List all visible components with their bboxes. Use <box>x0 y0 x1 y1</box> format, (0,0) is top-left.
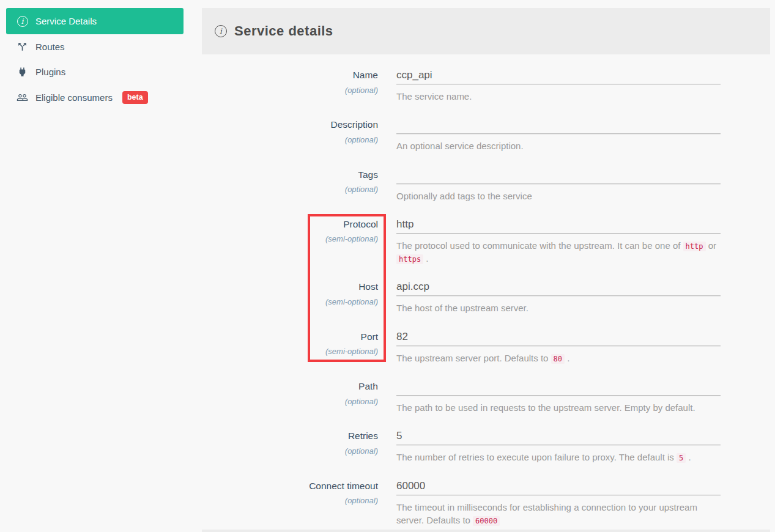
sidebar-item-label: Eligible consumers <box>35 92 113 103</box>
main-panel: Service details Name (optional) The serv… <box>202 8 770 532</box>
next-section-strip <box>202 530 770 532</box>
retries-optionality: (optional) <box>202 446 378 456</box>
host-help: The host of the upstream server. <box>396 301 721 314</box>
connect-timeout-input[interactable] <box>396 480 721 495</box>
host-optionality: (semi-optional) <box>202 297 378 306</box>
host-input[interactable] <box>396 281 721 296</box>
field-row-path: Path (optional) The path to be used in r… <box>202 380 770 414</box>
sidebar-item-eligible-consumers[interactable]: Eligible consumers beta <box>6 84 184 111</box>
field-row-description: Description (optional) An optional servi… <box>202 119 770 152</box>
protocol-input[interactable] <box>396 218 721 234</box>
sidebar-item-label: Service Details <box>35 16 97 26</box>
sidebar-item-label: Routes <box>35 42 65 52</box>
name-optionality: (optional) <box>202 86 378 95</box>
info-icon <box>17 15 28 27</box>
field-row-tags: Tags (optional) Optionally add tags to t… <box>202 169 770 202</box>
retries-label: Retries <box>202 430 378 442</box>
retries-help: The number of retries to execute upon fa… <box>396 451 721 464</box>
name-label: Name <box>202 70 378 81</box>
field-row-connect-timeout: Connect timeout (optional) The timeout i… <box>202 480 770 527</box>
path-input[interactable] <box>396 380 721 396</box>
protocol-help: The protocol used to communicate with th… <box>396 239 721 265</box>
users-icon <box>17 92 28 103</box>
sidebar-item-service-details[interactable]: Service Details <box>6 8 184 34</box>
route-split-icon <box>17 41 28 53</box>
connect-timeout-label: Connect timeout <box>202 481 378 492</box>
field-row-port: Port (semi-optional) The upstream server… <box>202 331 770 364</box>
info-icon <box>215 25 227 37</box>
field-row-protocol: Protocol (semi-optional) The protocol us… <box>202 218 770 265</box>
page-title: Service details <box>234 23 333 39</box>
field-row-host: Host (semi-optional) The host of the ups… <box>202 281 770 314</box>
beta-badge: beta <box>122 91 148 104</box>
inline-code: 5 <box>677 453 686 463</box>
path-label: Path <box>202 381 378 393</box>
plug-icon <box>17 66 28 78</box>
port-optionality: (semi-optional) <box>202 347 378 356</box>
tags-help: Optionally add tags to the service <box>396 190 721 202</box>
page-header: Service details <box>202 8 770 54</box>
retries-input[interactable] <box>396 430 721 445</box>
tags-input[interactable] <box>396 169 721 184</box>
service-details-form: Name (optional) The service name. Descri… <box>202 54 770 526</box>
description-label: Description <box>202 119 378 131</box>
sidebar-item-routes[interactable]: Routes <box>6 34 184 59</box>
sidebar: Service Details Routes Plugins Eligible … <box>6 8 184 111</box>
protocol-optionality: (semi-optional) <box>202 234 378 243</box>
path-help: The path to be used in requests to the u… <box>396 401 721 414</box>
port-input[interactable] <box>396 331 721 346</box>
port-help: The upstream server port. Defaults to 80… <box>396 352 721 364</box>
description-help: An optional service description. <box>396 139 721 152</box>
description-optionality: (optional) <box>202 135 378 144</box>
connect-timeout-optionality: (optional) <box>202 496 378 505</box>
port-label: Port <box>202 331 378 343</box>
connect-timeout-help: The timeout in milliseconds for establis… <box>396 501 721 527</box>
host-label: Host <box>202 281 378 293</box>
path-optionality: (optional) <box>202 397 378 406</box>
tags-label: Tags <box>202 169 378 181</box>
description-input[interactable] <box>396 119 721 134</box>
tags-optionality: (optional) <box>202 185 378 194</box>
protocol-label: Protocol <box>202 219 378 231</box>
inline-code: 60000 <box>473 516 500 526</box>
name-input[interactable] <box>396 69 721 84</box>
field-row-retries: Retries (optional) The number of retries… <box>202 430 770 464</box>
sidebar-item-plugins[interactable]: Plugins <box>6 59 184 84</box>
name-help: The service name. <box>396 90 721 103</box>
field-row-name: Name (optional) The service name. <box>202 69 770 103</box>
inline-code: http <box>683 242 706 251</box>
inline-code: https <box>396 254 423 264</box>
inline-code: 80 <box>551 354 565 364</box>
sidebar-item-label: Plugins <box>35 67 65 77</box>
